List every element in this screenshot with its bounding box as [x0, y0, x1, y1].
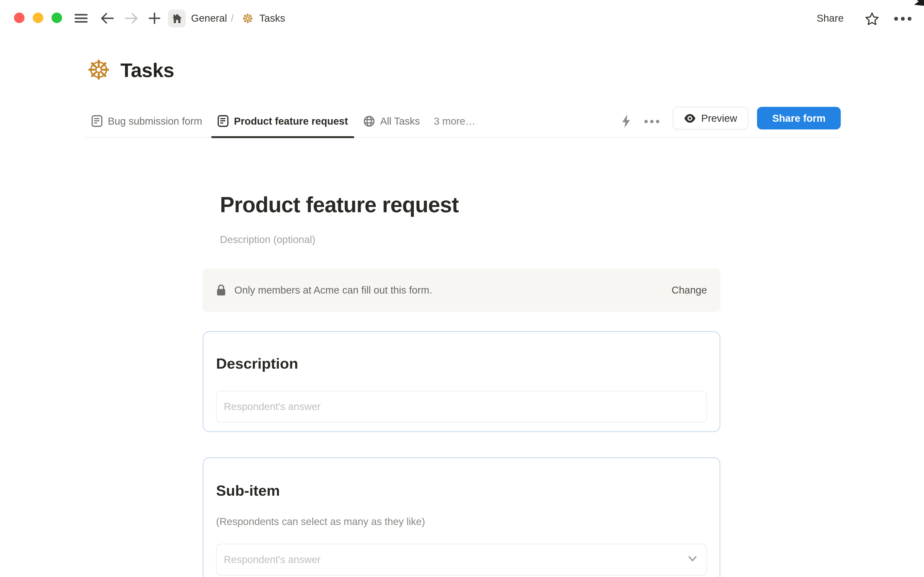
- tab-label: Product feature request: [234, 115, 348, 127]
- form-description-placeholder[interactable]: Description (optional): [220, 234, 720, 245]
- page-header: ☸ Tasks: [87, 57, 174, 84]
- close-window-button[interactable]: [14, 13, 24, 23]
- view-tabbar: Bug submission form Product feature requ…: [85, 105, 841, 138]
- breadcrumb-workspace[interactable]: General: [191, 13, 227, 24]
- tab-bug-submission-form[interactable]: Bug submission form: [85, 105, 208, 137]
- window-titlebar: General / ☸ Tasks Share: [0, 0, 924, 37]
- arrow-right-icon: [125, 13, 138, 24]
- dot: [908, 17, 911, 21]
- form-field-sub-item[interactable]: Sub-item (Respondents can select as many…: [203, 457, 720, 577]
- app-window: General / ☸ Tasks Share ☸ Tasks: [0, 0, 924, 577]
- hamburger-icon: [74, 13, 87, 23]
- field-label[interactable]: Sub-item: [216, 481, 707, 500]
- sub-item-answer-input[interactable]: [216, 544, 707, 575]
- sidebar-menu-button[interactable]: [73, 0, 89, 37]
- favorite-button[interactable]: [864, 11, 880, 27]
- back-button[interactable]: [100, 0, 114, 37]
- form-doc-icon: [217, 115, 229, 127]
- view-tabs: Bug submission form Product feature requ…: [85, 105, 475, 137]
- lock-icon: [216, 284, 226, 297]
- breadcrumb-separator: /: [231, 13, 233, 24]
- globe-icon: [363, 115, 375, 127]
- page-wheel-icon: ☸: [242, 12, 253, 25]
- answer-field-wrap: [216, 391, 707, 422]
- form-title[interactable]: Product feature request: [220, 192, 720, 218]
- dot: [650, 119, 653, 123]
- form-builder-content: Product feature request Description (opt…: [203, 137, 720, 577]
- breadcrumb: General / ☸ Tasks: [191, 0, 285, 37]
- share-form-button[interactable]: Share form: [757, 107, 841, 129]
- star-icon: [865, 12, 879, 26]
- tab-product-feature-request[interactable]: Product feature request: [211, 105, 354, 137]
- page-icon-wheel[interactable]: ☸: [87, 57, 111, 84]
- arrow-left-icon: [101, 13, 114, 24]
- more-options-button[interactable]: [891, 11, 914, 27]
- home-icon: [172, 13, 182, 24]
- dot: [901, 17, 905, 21]
- preview-label: Preview: [701, 112, 737, 124]
- dot: [656, 119, 659, 123]
- change-access-link[interactable]: Change: [671, 284, 707, 296]
- form-field-description[interactable]: Description: [203, 331, 720, 432]
- view-options-button[interactable]: [641, 112, 662, 131]
- minimize-window-button[interactable]: [33, 13, 43, 23]
- tab-label: Bug submission form: [108, 115, 202, 127]
- description-answer-input[interactable]: [216, 391, 707, 422]
- share-button[interactable]: Share: [817, 0, 844, 37]
- page-title: Tasks: [120, 59, 174, 82]
- access-notice: Only members at Acme can fill out this f…: [203, 269, 720, 312]
- automations-button[interactable]: [617, 112, 636, 131]
- chevron-down-icon[interactable]: [688, 555, 697, 564]
- plus-icon: [149, 13, 160, 24]
- form-doc-icon: [92, 115, 103, 127]
- home-button[interactable]: [168, 10, 186, 27]
- field-hint: (Respondents can select as many as they …: [216, 515, 707, 529]
- preview-button[interactable]: Preview: [673, 107, 748, 129]
- dot: [644, 119, 647, 123]
- dot: [894, 17, 898, 21]
- zoom-window-button[interactable]: [52, 13, 62, 23]
- access-notice-text: Only members at Acme can fill out this f…: [234, 284, 663, 296]
- eye-icon: [684, 113, 696, 123]
- tab-label: All Tasks: [380, 115, 420, 127]
- breadcrumb-page[interactable]: Tasks: [259, 13, 285, 24]
- more-tabs-button[interactable]: 3 more…: [434, 105, 475, 137]
- field-label[interactable]: Description: [216, 354, 707, 374]
- forward-button[interactable]: [124, 0, 138, 37]
- lightning-icon: [621, 114, 631, 129]
- answer-field-wrap: [216, 544, 707, 575]
- tab-all-tasks[interactable]: All Tasks: [357, 105, 426, 137]
- new-tab-button[interactable]: [147, 0, 162, 37]
